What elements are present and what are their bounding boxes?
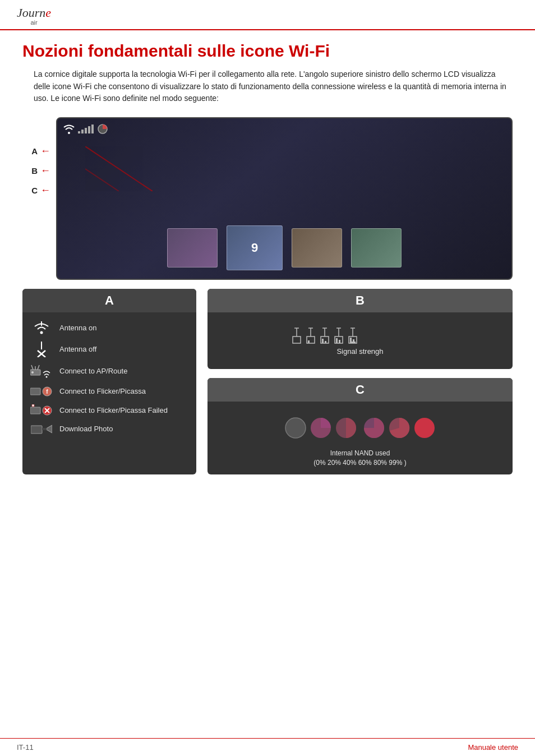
flickr-row: f Connect to Flicker/Picassa	[22, 382, 196, 401]
flickr-fail-svg	[30, 404, 53, 417]
logo-sub: air	[17, 19, 51, 26]
svg-rect-32	[42, 428, 47, 430]
flickr-svg: f	[30, 385, 53, 398]
antenna-off-icon	[30, 342, 53, 357]
label-c: C	[31, 186, 38, 195]
photo-center: 9	[227, 225, 283, 270]
label-b-row: B ←	[31, 165, 50, 177]
panel-c-header: C	[207, 378, 513, 402]
diagram-wrapper: A ← B ← C ←	[22, 117, 513, 280]
label-b: B	[31, 166, 38, 176]
photo-thumb-1	[167, 228, 218, 268]
right-col: B	[207, 289, 513, 474]
svg-point-62	[414, 418, 435, 438]
antenna-on-label: Antenna on	[59, 324, 97, 333]
device-photos: 9	[167, 225, 402, 270]
svg-point-57	[285, 418, 306, 438]
photo-thumb-3	[351, 228, 402, 268]
flickr-fail-icon	[30, 404, 53, 417]
arrow-c-icon: ←	[40, 185, 50, 196]
logo: Journe air	[17, 6, 51, 26]
antenna-off-row: Antenna off	[22, 338, 196, 361]
lower-section: A Antenna on	[22, 289, 513, 474]
flickr-icon: f	[30, 385, 53, 398]
ap-route-svg	[30, 364, 53, 379]
wifi-status-icon	[63, 124, 75, 134]
download-icon	[30, 423, 53, 435]
svg-line-8	[85, 169, 119, 191]
svg-rect-23	[30, 407, 40, 414]
memory-circles	[207, 407, 513, 449]
page-header: Journe air	[0, 0, 535, 30]
svg-rect-44	[325, 341, 326, 343]
svg-line-18	[31, 365, 33, 370]
download-row: Download Photo	[22, 420, 196, 438]
label-c-row: C ←	[31, 185, 50, 196]
svg-rect-3	[85, 128, 87, 133]
svg-rect-49	[339, 340, 340, 343]
svg-line-17	[38, 365, 39, 370]
panel-a-header: A	[22, 289, 196, 312]
panel-c: C	[207, 378, 513, 474]
page-number: IT-11	[17, 743, 34, 752]
svg-rect-5	[91, 125, 94, 133]
ap-route-row: Connect to AP/Route	[22, 361, 196, 382]
svg-point-15	[31, 371, 34, 374]
page-title: Nozioni fondamentali sulle icone Wi-Fi	[22, 42, 513, 61]
svg-point-9	[40, 331, 43, 334]
svg-rect-30	[31, 426, 42, 434]
page-footer: IT-11 Manuale utente	[0, 738, 535, 756]
signal-label: Signal strengh	[207, 347, 513, 360]
svg-rect-20	[30, 388, 40, 395]
svg-rect-56	[350, 342, 356, 343]
label-a: A	[31, 146, 38, 156]
signal-display	[207, 318, 513, 347]
svg-line-7	[85, 146, 153, 191]
intro-text: La cornice digitale supporta la tecnolog…	[34, 68, 513, 105]
antenna-off-label: Antenna off	[59, 345, 96, 354]
device-status-bar	[63, 124, 108, 134]
antenna-on-icon	[30, 321, 53, 335]
signal-status-icon	[78, 125, 95, 133]
svg-rect-33	[293, 336, 301, 343]
svg-rect-2	[81, 130, 84, 133]
svg-rect-4	[88, 126, 90, 133]
ap-route-label: Connect to AP/Route	[59, 367, 127, 376]
memory-circles-svg-row1	[284, 414, 357, 442]
flickr-fail-label: Connect to Flicker/Picassa Failed	[59, 406, 168, 416]
wifi-off-svg	[34, 342, 49, 357]
manual-label: Manuale utente	[468, 743, 518, 752]
arrow-b-icon: ←	[40, 165, 50, 177]
svg-rect-48	[336, 338, 338, 343]
memory-circles-svg-row2	[363, 414, 436, 442]
abc-labels: A ← B ← C ←	[22, 117, 56, 196]
svg-rect-39	[308, 340, 310, 343]
ap-route-icon	[30, 364, 53, 379]
photo-thumb-2	[292, 228, 342, 268]
decorative-lines	[85, 146, 153, 191]
antenna-on-row: Antenna on	[22, 318, 196, 338]
wifi-on-svg	[33, 321, 50, 335]
flickr-fail-row: Connect to Flicker/Picassa Failed	[22, 401, 196, 420]
panel-a: A Antenna on	[22, 289, 196, 474]
logo-main: Journ	[17, 6, 45, 20]
svg-rect-1	[78, 131, 80, 133]
svg-rect-43	[322, 339, 324, 343]
download-svg	[31, 423, 52, 435]
mem-label: Internal NAND used (0% 20% 40% 60% 80% 9…	[207, 449, 513, 468]
svg-point-19	[46, 376, 48, 378]
label-a-row: A ←	[31, 145, 50, 157]
main-content: Nozioni fondamentali sulle icone Wi-Fi L…	[0, 30, 535, 497]
arrow-a-icon: ←	[40, 145, 50, 157]
device-image: 9	[56, 117, 513, 280]
download-label: Download Photo	[59, 425, 113, 434]
panel-b: B	[207, 289, 513, 369]
flickr-label: Connect to Flicker/Picassa	[59, 387, 146, 397]
memory-status-icon	[98, 124, 108, 134]
signal-icons-svg	[290, 322, 430, 345]
panel-b-header: B	[207, 289, 513, 312]
svg-point-0	[68, 132, 70, 134]
